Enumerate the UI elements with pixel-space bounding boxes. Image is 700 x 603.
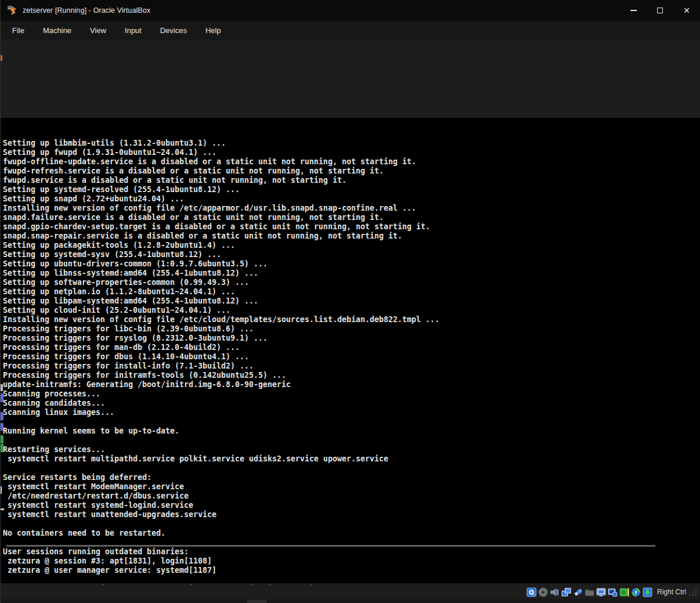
terminal-line: Setting up software-properties-common (0… bbox=[3, 278, 700, 287]
titlebar: zetserver [Running] - Oracle VirtualBox … bbox=[1, 0, 700, 21]
terminal-line: Processing triggers for man-db (2.12.0-4… bbox=[3, 343, 700, 352]
console-artifact bbox=[1, 412, 3, 420]
terminal-line: Scanning processes... bbox=[3, 389, 700, 399]
vm-screen[interactable]: Setting up libmbim-utils (1.31.2-0ubuntu… bbox=[1, 118, 700, 583]
display-icon[interactable] bbox=[596, 587, 606, 597]
statusbar: Right Ctrl bbox=[1, 585, 700, 599]
terminal-line: systemctl restart unattended-upgrades.se… bbox=[3, 510, 700, 519]
terminal-line: Installing new version of config file /e… bbox=[3, 315, 700, 324]
console-artifact bbox=[1, 384, 3, 391]
terminal-line bbox=[3, 464, 700, 473]
console-output: Setting up libmbim-utils (1.31.2-0ubuntu… bbox=[3, 120, 700, 603]
usb-icon[interactable] bbox=[573, 587, 583, 597]
terminal-line: systemctl restart multipathd.service pol… bbox=[3, 454, 700, 464]
virtualbox-app-icon[interactable] bbox=[7, 5, 17, 16]
terminal-line: Setting up libmbim-utils (1.31.2-0ubuntu… bbox=[3, 139, 700, 148]
console-artifact bbox=[1, 423, 3, 431]
menu-input[interactable]: Input bbox=[115, 22, 151, 39]
virtualbox-window: zetserver [Running] - Oracle VirtualBox … bbox=[0, 0, 700, 603]
terminal-line bbox=[3, 436, 700, 445]
terminal-line: Running kernel seems to be up-to-date. bbox=[3, 427, 700, 436]
menu-file[interactable]: File bbox=[3, 22, 34, 39]
host-key-label: Right Ctrl bbox=[657, 588, 686, 596]
terminal-line: Processing triggers for rsyslog (8.2312.… bbox=[3, 334, 700, 343]
console-artifact bbox=[1, 435, 3, 443]
status-icons bbox=[525, 587, 652, 597]
terminal-line: systemctl restart ModemManager.service bbox=[3, 482, 700, 492]
terminal-line: /etc/needrestart/restart.d/dbus.service bbox=[3, 492, 700, 501]
taskbar-notch bbox=[247, 600, 267, 603]
recording-icon[interactable] bbox=[608, 587, 618, 597]
terminal-line bbox=[3, 519, 700, 529]
terminal-line: Setting up fwupd (1.9.31-0ubuntu1~24.04.… bbox=[3, 148, 700, 157]
terminal-line: Setting up ubuntu-drivers-common (1:0.9.… bbox=[3, 259, 700, 269]
mouse-integration-icon[interactable] bbox=[631, 587, 641, 597]
terminal-line bbox=[3, 575, 700, 584]
features-icon[interactable] bbox=[619, 587, 629, 597]
terminal-line: fwupd.service is a disabled or a static … bbox=[3, 176, 700, 185]
maximize-icon bbox=[657, 8, 663, 13]
terminal-line: Setting up snapd (2.72+ubuntu24.04) ... bbox=[3, 194, 700, 204]
terminal-line: Processing triggers for libc-bin (2.39-0… bbox=[3, 324, 700, 334]
hard-disk-icon[interactable] bbox=[527, 587, 536, 597]
terminal-line: Setting up libnss-systemd:amd64 (255.4-1… bbox=[3, 269, 700, 278]
terminal-line: fwupd-refresh.service is a disabled or a… bbox=[3, 167, 700, 176]
terminal-line: snapd.snap-repair.service is a disabled … bbox=[3, 232, 700, 241]
terminal-line: Setting up systemd-resolved (255.4-1ubun… bbox=[3, 185, 700, 194]
menu-help[interactable]: Help bbox=[196, 22, 230, 39]
console-separator-line bbox=[6, 545, 655, 547]
terminal-line: No containers need to be restarted. bbox=[3, 529, 700, 538]
optical-disc-icon[interactable] bbox=[538, 587, 548, 597]
close-button[interactable]: ✕ bbox=[673, 0, 700, 21]
terminal-line: systemctl restart systemd-logind.service bbox=[3, 501, 700, 510]
audio-icon[interactable] bbox=[550, 587, 560, 597]
menu-devices[interactable]: Devices bbox=[151, 22, 196, 39]
keyboard-capture-icon[interactable] bbox=[643, 587, 652, 597]
console-lines: Setting up libmbim-utils (1.31.2-0ubuntu… bbox=[3, 139, 700, 594]
menu-machine[interactable]: Machine bbox=[34, 22, 81, 39]
terminal-line: update-initramfs: Generating /boot/initr… bbox=[3, 380, 700, 389]
menubar: FileMachineViewInputDevicesHelp bbox=[1, 21, 700, 41]
network-icon[interactable] bbox=[561, 587, 571, 597]
terminal-line: Setting up cloud-init (25.2-0ubuntu1~24.… bbox=[3, 306, 700, 315]
terminal-line bbox=[3, 417, 700, 427]
terminal-line: Installing new version of config file /e… bbox=[3, 204, 700, 213]
minimize-button[interactable] bbox=[620, 0, 647, 21]
vm-frame: Setting up libmbim-utils (1.31.2-0ubuntu… bbox=[1, 41, 700, 585]
maximize-button[interactable] bbox=[647, 0, 673, 21]
terminal-line: zetzura @ session #3: apt[1831], login[1… bbox=[3, 557, 700, 566]
console-artifact bbox=[1, 393, 3, 402]
minimize-icon bbox=[630, 10, 637, 10]
terminal-line: Processing triggers for initramfs-tools … bbox=[3, 371, 700, 380]
menu-view[interactable]: View bbox=[81, 22, 115, 39]
terminal-line: Service restarts being deferred: bbox=[3, 473, 700, 482]
terminal-line: snapd.gpio-chardev-setup.target is a dis… bbox=[3, 222, 700, 232]
console-artifact bbox=[1, 444, 3, 452]
terminal-line: fwupd-offline-update.service is a disabl… bbox=[3, 157, 700, 167]
console-artifact bbox=[1, 55, 2, 61]
terminal-line: Scanning candidates... bbox=[3, 399, 700, 408]
terminal-line: Scanning linux images... bbox=[3, 408, 700, 417]
terminal-line: Processing triggers for install-info (7.… bbox=[3, 362, 700, 371]
window-title: zetserver [Running] - Oracle VirtualBox bbox=[23, 6, 150, 15]
terminal-line: Restarting services... bbox=[3, 445, 700, 454]
console-artifact bbox=[1, 508, 4, 510]
terminal-line: zetzura @ user manager service: systemd[… bbox=[3, 566, 700, 575]
shared-folders-icon[interactable] bbox=[585, 587, 594, 597]
terminal-line: Setting up packagekit-tools (1.2.8-2ubun… bbox=[3, 241, 700, 250]
terminal-line: Setting up systemd-sysv (255.4-1ubuntu8.… bbox=[3, 250, 700, 259]
console-artifact bbox=[1, 486, 2, 494]
terminal-line: snapd.failure.service is a disabled or a… bbox=[3, 213, 700, 222]
terminal-line: User sessions running outdated binaries: bbox=[3, 547, 700, 557]
resize-grip[interactable] bbox=[690, 588, 697, 595]
terminal-line: Setting up netplan.io (1.1.2-8ubuntu1~24… bbox=[3, 287, 700, 297]
terminal-line: Setting up libpam-systemd:amd64 (255.4-1… bbox=[3, 297, 700, 306]
close-icon: ✕ bbox=[683, 6, 690, 15]
terminal-line: Processing triggers for dbus (1.14.10-4u… bbox=[3, 352, 700, 362]
window-controls: ✕ bbox=[620, 0, 700, 21]
bottom-edge-strip bbox=[1, 599, 700, 603]
